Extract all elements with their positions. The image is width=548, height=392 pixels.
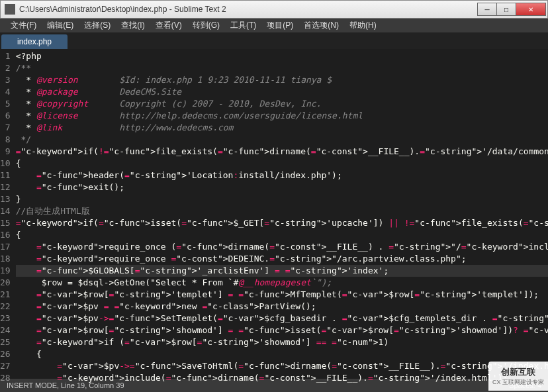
menu-tools[interactable]: 工具(T) xyxy=(225,20,261,31)
menu-goto[interactable]: 转到(G) xyxy=(187,20,225,31)
window-title: C:\Users\Administrator\Desktop\index.php… xyxy=(19,5,478,14)
menu-file[interactable]: 文件(F) xyxy=(5,20,42,31)
close-button[interactable] xyxy=(516,3,546,16)
menu-select[interactable]: 选择(S) xyxy=(79,20,116,31)
tab-index-php[interactable]: index.php xyxy=(1,34,68,49)
editor: 1234567891011121314151617181920212223242… xyxy=(0,49,548,379)
menu-edit[interactable]: 编辑(E) xyxy=(42,20,79,31)
watermark-tag: CX 互联网建设专家 xyxy=(492,378,544,387)
watermark-brand: 创新互联 xyxy=(501,366,535,378)
menu-help[interactable]: 帮助(H) xyxy=(344,20,382,31)
watermark: 创新互联 CX 互联网建设专家 xyxy=(488,362,548,391)
app-icon xyxy=(5,4,15,15)
window-titlebar: C:\Users\Administrator\Desktop\index.php… xyxy=(0,0,548,19)
line-number-gutter: 1234567891011121314151617181920212223242… xyxy=(0,49,16,379)
menu-project[interactable]: 项目(P) xyxy=(261,20,298,31)
menu-find[interactable]: 查找(I) xyxy=(116,20,150,31)
tab-bar: index.php xyxy=(0,33,548,49)
menu-bar: 文件(F) 编辑(E) 选择(S) 查找(I) 查看(V) 转到(G) 工具(T… xyxy=(0,19,548,33)
code-area[interactable]: <?php/** * @version $Id: index.php 1 9:2… xyxy=(16,49,548,379)
window-controls xyxy=(478,3,546,16)
menu-view[interactable]: 查看(V) xyxy=(150,20,187,31)
minimize-button[interactable] xyxy=(477,3,497,16)
maximize-button[interactable] xyxy=(496,3,516,16)
menu-prefs[interactable]: 首选项(N) xyxy=(298,20,344,31)
